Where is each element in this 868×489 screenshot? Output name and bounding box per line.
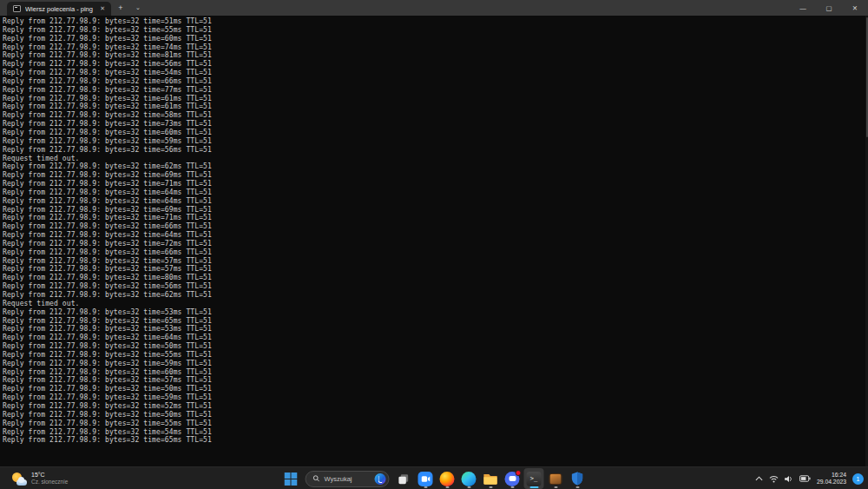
terminal-line: Reply from 212.77.98.9: bytes=32 time=53… [3, 325, 868, 334]
volume-icon[interactable] [785, 475, 793, 483]
terminal-line: Reply from 212.77.98.9: bytes=32 time=64… [3, 231, 868, 240]
terminal-line: Reply from 212.77.98.9: bytes=32 time=64… [3, 334, 868, 342]
terminal-line: Reply from 212.77.98.9: bytes=32 time=57… [3, 257, 868, 266]
terminal-line: Reply from 212.77.98.9: bytes=32 time=73… [3, 120, 868, 129]
file-explorer-icon [483, 472, 498, 485]
terminal-line: Reply from 212.77.98.9: bytes=32 time=57… [3, 376, 868, 385]
search-input[interactable]: Wyszukaj [306, 471, 390, 487]
terminal-line: Reply from 212.77.98.9: bytes=32 time=51… [3, 17, 868, 26]
terminal-line: Request timed out. [3, 300, 868, 308]
edge-browser-button[interactable] [459, 468, 479, 489]
terminal-line: Reply from 212.77.98.9: bytes=32 time=71… [3, 214, 868, 222]
terminal-window[interactable]: Reply from 212.77.98.9: bytes=32 time=51… [0, 16, 868, 466]
terminal-line: Request timed out. [3, 155, 868, 163]
new-tab-button[interactable]: + [111, 0, 130, 16]
windows-security-button[interactable] [568, 468, 588, 489]
terminal-line: Reply from 212.77.98.9: bytes=32 time=53… [3, 308, 868, 317]
close-button[interactable]: ✕ [842, 0, 868, 16]
terminal-line: Reply from 212.77.98.9: bytes=32 time=74… [3, 43, 868, 52]
windows-security-shield-icon [571, 472, 584, 486]
chat-app-button[interactable] [503, 468, 523, 489]
partly-sunny-icon [12, 472, 27, 486]
clock-date: 29.04.2023 [817, 479, 846, 486]
system-tray: 16:24 29.04.2023 1 [755, 467, 864, 489]
taskbar: 15°C Cz. słonecznie Wyszukaj [0, 466, 868, 489]
terminal-scrollbar-thumb[interactable] [866, 17, 868, 137]
terminal-line: Reply from 212.77.98.9: bytes=32 time=50… [3, 411, 868, 420]
terminal-line: Reply from 212.77.98.9: bytes=32 time=58… [3, 111, 868, 120]
game-app-icon [549, 473, 562, 485]
terminal-line: Reply from 212.77.98.9: bytes=32 time=61… [3, 95, 868, 103]
terminal-line: Reply from 212.77.98.9: bytes=32 time=50… [3, 385, 868, 393]
terminal-line: Reply from 212.77.98.9: bytes=32 time=54… [3, 69, 868, 77]
terminal-line: Reply from 212.77.98.9: bytes=32 time=59… [3, 137, 868, 146]
terminal-line: Reply from 212.77.98.9: bytes=32 time=81… [3, 51, 868, 60]
terminal-line: Reply from 212.77.98.9: bytes=32 time=61… [3, 102, 868, 111]
terminal-line: Reply from 212.77.98.9: bytes=32 time=66… [3, 248, 868, 257]
weather-widget[interactable]: 15°C Cz. słonecznie [7, 469, 73, 488]
terminal-line: Reply from 212.77.98.9: bytes=32 time=69… [3, 206, 868, 215]
terminal-line: Reply from 212.77.98.9: bytes=32 time=56… [3, 146, 868, 155]
notification-count-badge[interactable]: 1 [852, 473, 864, 485]
terminal-line: Reply from 212.77.98.9: bytes=32 time=66… [3, 77, 868, 86]
weather-temperature: 15°C [31, 472, 68, 479]
terminal-line: Reply from 212.77.98.9: bytes=32 time=56… [3, 282, 868, 291]
terminal-line: Reply from 212.77.98.9: bytes=32 time=64… [3, 188, 868, 197]
maximize-button[interactable]: ▢ [816, 0, 842, 16]
terminal-line: Reply from 212.77.98.9: bytes=32 time=69… [3, 171, 868, 180]
battery-icon[interactable] [799, 475, 811, 482]
terminal-line: Reply from 212.77.98.9: bytes=32 time=59… [3, 360, 868, 368]
tab-close-icon[interactable]: ✕ [98, 4, 107, 13]
terminal-line: Reply from 212.77.98.9: bytes=32 time=62… [3, 291, 868, 300]
window-controls: — ▢ ✕ [790, 0, 868, 16]
terminal-line: Reply from 212.77.98.9: bytes=32 time=59… [3, 393, 868, 402]
terminal-line: Reply from 212.77.98.9: bytes=32 time=56… [3, 60, 868, 69]
bing-icon[interactable] [375, 473, 386, 485]
search-placeholder: Wyszukaj [325, 475, 375, 483]
clock[interactable]: 16:24 29.04.2023 [817, 472, 846, 486]
firefox-browser-button[interactable] [437, 468, 457, 489]
windows-start-icon [285, 472, 298, 486]
terminal-line: Reply from 212.77.98.9: bytes=32 time=60… [3, 129, 868, 137]
start-button[interactable] [281, 468, 301, 489]
terminal-line: Reply from 212.77.98.9: bytes=32 time=77… [3, 86, 868, 95]
windows-terminal-button[interactable]: >_ [524, 468, 544, 489]
terminal-line: Reply from 212.77.98.9: bytes=32 time=55… [3, 420, 868, 428]
terminal-line: Reply from 212.77.98.9: bytes=32 time=52… [3, 402, 868, 411]
chat-app-icon [505, 472, 520, 486]
edge-browser-icon [462, 472, 477, 486]
terminal-output: Reply from 212.77.98.9: bytes=32 time=51… [0, 16, 868, 445]
wifi-icon[interactable] [769, 475, 779, 483]
terminal-tab[interactable]: Wiersz polecenia - ping www ✕ [7, 2, 111, 16]
cmd-icon [13, 5, 21, 12]
window-titlebar: Wiersz polecenia - ping www ✕ + ⌄ — ▢ ✕ [0, 0, 868, 16]
terminal-line: Reply from 212.77.98.9: bytes=32 time=71… [3, 180, 868, 188]
terminal-line: Reply from 212.77.98.9: bytes=32 time=72… [3, 240, 868, 248]
terminal-line: Reply from 212.77.98.9: bytes=32 time=80… [3, 274, 868, 282]
taskbar-center-icons: Wyszukaj [281, 467, 588, 489]
tab-dropdown-icon[interactable]: ⌄ [130, 0, 146, 16]
terminal-line: Reply from 212.77.98.9: bytes=32 time=62… [3, 162, 868, 171]
video-chat-app-button[interactable] [416, 468, 436, 489]
windows-terminal-icon: >_ [527, 472, 542, 486]
notification-badge-red [516, 470, 522, 476]
game-app-button[interactable] [546, 468, 566, 489]
video-chat-app-icon [418, 472, 433, 486]
file-explorer-button[interactable] [481, 468, 501, 489]
terminal-line: Reply from 212.77.98.9: bytes=32 time=64… [3, 197, 868, 206]
firefox-browser-icon [440, 472, 455, 486]
task-view-icon [398, 472, 411, 486]
minimize-button[interactable]: — [790, 0, 816, 16]
terminal-line: Reply from 212.77.98.9: bytes=32 time=57… [3, 265, 868, 274]
weather-condition: Cz. słonecznie [31, 479, 68, 486]
search-icon [313, 475, 320, 482]
clock-time: 16:24 [817, 472, 846, 479]
terminal-line: Reply from 212.77.98.9: bytes=32 time=50… [3, 342, 868, 351]
hidden-icons-chevron-icon[interactable] [755, 476, 763, 481]
terminal-line: Reply from 212.77.98.9: bytes=32 time=65… [3, 436, 868, 445]
terminal-line: Reply from 212.77.98.9: bytes=32 time=60… [3, 35, 868, 43]
terminal-line: Reply from 212.77.98.9: bytes=32 time=65… [3, 317, 868, 326]
terminal-line: Reply from 212.77.98.9: bytes=32 time=55… [3, 26, 868, 35]
task-view-button[interactable] [394, 468, 414, 489]
terminal-line: Reply from 212.77.98.9: bytes=32 time=66… [3, 222, 868, 231]
